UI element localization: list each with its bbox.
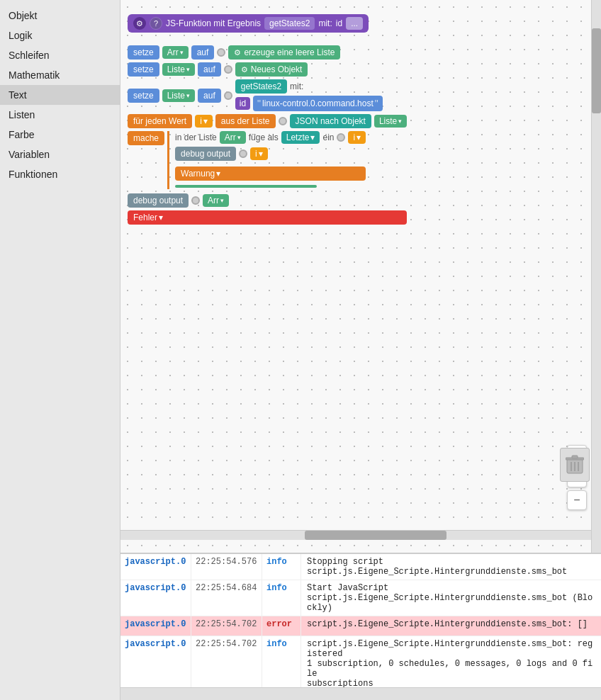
log-level-2: error — [262, 616, 301, 636]
letzte-arrow: ▾ — [310, 132, 315, 142]
mache-container: mache in der Liste Arr▾ füge als Letzte▾… — [128, 131, 407, 189]
debug1-block[interactable]: debug output — [175, 147, 236, 161]
set-liste-auf: auf — [198, 62, 221, 77]
warning-row: Warnung▾ — [175, 166, 366, 181]
debug2-row: debug output Arr▾ — [128, 193, 407, 208]
log-time-1: 22:25:54.684 — [191, 580, 262, 616]
zoom-out-button[interactable]: − — [567, 490, 587, 510]
sidebar-item-objekt[interactable]: Objekt — [0, 6, 120, 26]
mache-i-arrow: ▾ — [356, 132, 361, 142]
sidebar: Objekt Logik Schleifen Mathematik Text L… — [0, 0, 120, 700]
list-var-arrow: ▾ — [398, 118, 402, 125]
set-liste2-var[interactable]: Liste▾ — [162, 89, 195, 102]
help-icon: ? — [150, 17, 162, 30]
horizontal-scrollbar-thumb[interactable] — [305, 531, 446, 540]
linux-control-value: linux-control.0.command.host — [262, 98, 373, 108]
debug1-connector — [239, 149, 247, 158]
log-level-0: info — [262, 554, 301, 580]
set-arr-var[interactable]: Arr▾ — [162, 46, 189, 59]
js-function-block[interactable]: ⚙ ? JS-Funktion mit Ergebnis getStates2 … — [128, 14, 369, 33]
liste-gear-icon: ⚙ — [241, 65, 248, 74]
horizontal-scrollbar[interactable] — [120, 530, 591, 540]
getstates2-label[interactable]: getStates2 — [235, 79, 287, 94]
liste2-arrow: ▾ — [186, 92, 190, 99]
json-nach-objekt[interactable]: JSON nach Objekt — [290, 114, 371, 128]
canvas-area[interactable]: ⚙ ? JS-Funktion mit Ergebnis getStates2 … — [120, 0, 601, 553]
set-arr-action[interactable]: ⚙erzeuge eine leere Liste — [228, 45, 340, 60]
js-function-dots[interactable]: ... — [346, 17, 363, 30]
foreach-var[interactable]: i▾ — [195, 115, 213, 128]
sidebar-item-text[interactable]: Text — [0, 85, 120, 105]
js-function-id: id — [336, 18, 342, 28]
set-liste2-auf: auf — [198, 89, 221, 103]
sidebar-item-variablen[interactable]: Variablen — [0, 145, 120, 164]
letzte-badge[interactable]: Letzte▾ — [281, 131, 320, 144]
liste-arrow: ▾ — [186, 66, 190, 73]
log-time-2: 22:25:54.702 — [191, 616, 262, 636]
debug1-var[interactable]: i▾ — [250, 147, 268, 160]
quote-left: " — [257, 98, 261, 109]
log-level-3: info — [262, 636, 301, 687]
set-liste2-connector — [224, 91, 232, 100]
fehler-block[interactable]: Fehler▾ — [128, 210, 407, 225]
sidebar-item-mathematik[interactable]: Mathematik — [0, 65, 120, 85]
sidebar-item-funktionen[interactable]: Funktionen — [0, 164, 120, 184]
main-area: ⚙ ? JS-Funktion mit Ergebnis getStates2 … — [120, 0, 601, 700]
foreach-connector — [279, 117, 287, 125]
log-message-1: Start JavaScript script.js.Eigene_Script… — [301, 580, 601, 616]
log-level-1: info — [262, 580, 301, 616]
set-liste-action[interactable]: ⚙Neues Objekt — [235, 62, 308, 77]
mache-i-var[interactable]: i▾ — [348, 131, 366, 144]
set-arr-setze: setze — [128, 45, 159, 60]
warning-arrow: ▾ — [216, 169, 220, 179]
sidebar-item-logik[interactable]: Logik — [0, 26, 120, 45]
foreach-suffix: aus der Liste — [215, 114, 276, 128]
vertical-scrollbar[interactable] — [591, 0, 601, 553]
log-row-1: javascript.0 22:25:54.684 info Start Jav… — [120, 580, 601, 616]
mache-arr-var[interactable]: Arr▾ — [220, 131, 246, 144]
mache-list-row: in der Liste Arr▾ füge als Letzte▾ ein i… — [175, 131, 366, 144]
green-bar — [175, 185, 317, 188]
trash-bin[interactable] — [560, 448, 590, 482]
arr-arrow: ▾ — [180, 49, 184, 56]
log-row-0: javascript.0 22:25:54.576 info Stopping … — [120, 554, 601, 580]
mache-connector — [337, 133, 345, 142]
linux-control-string[interactable]: " linux-control.0.command.host " — [253, 96, 383, 111]
bottom-bar — [120, 687, 601, 700]
quote-right: " — [375, 98, 378, 109]
vertical-scrollbar-thumb[interactable] — [592, 28, 601, 113]
set-liste-connector — [224, 65, 232, 74]
debug2-var[interactable]: Arr▾ — [203, 194, 229, 207]
set-arr-auf: auf — [191, 45, 215, 60]
js-function-label: JS-Funktion mit Ergebnis — [166, 18, 261, 28]
log-row-2: javascript.0 22:25:54.702 error script.j… — [120, 616, 601, 636]
debug2-arr-arrow: ▾ — [220, 197, 224, 204]
in-der-liste-label: in der Liste — [175, 132, 217, 142]
debug2-block[interactable]: debug output — [128, 193, 189, 208]
js-function-name-badge[interactable]: getStates2 — [264, 17, 315, 30]
sidebar-item-farbe[interactable]: Farbe — [0, 125, 120, 145]
foreach-block[interactable]: für jeden Wert — [128, 114, 192, 128]
foreach-list-var[interactable]: Liste▾ — [374, 115, 407, 128]
set-liste-setze: setze — [128, 62, 159, 77]
set-liste-var[interactable]: Liste▾ — [162, 63, 195, 76]
gear-icon: ⚙ — [133, 17, 146, 30]
block-area: ⚙ ? JS-Funktion mit Ergebnis getStates2 … — [128, 14, 407, 225]
svg-rect-2 — [572, 456, 578, 458]
js-function-mit: mit: — [318, 18, 332, 28]
log-message-2: script.js.Eigene_Scripte.Hintergrunddien… — [301, 616, 601, 636]
fuege-als-label: füge als — [249, 132, 279, 142]
sidebar-item-schleifen[interactable]: Schleifen — [0, 45, 120, 65]
log-message-0: Stopping script script.js.Eigene_Scripte… — [301, 554, 601, 580]
warning-block[interactable]: Warnung▾ — [175, 166, 366, 181]
fehler-row: Fehler▾ — [128, 210, 407, 225]
set-liste2-row: setze Liste▾ auf getStates2 mit: id " li… — [128, 79, 407, 111]
foreach-row: für jeden Wert i▾ aus der Liste JSON nac… — [128, 114, 407, 128]
set-arr-connector — [217, 48, 225, 57]
set-arr-row: setze Arr▾ auf ⚙erzeuge eine leere Liste — [128, 45, 407, 60]
sidebar-item-listen[interactable]: Listen — [0, 105, 120, 125]
debug1-arrow: ▾ — [259, 149, 263, 159]
foreach-arrow: ▾ — [203, 116, 208, 126]
log-row-3: javascript.0 22:25:54.702 info script.js… — [120, 636, 601, 687]
mache-block: mache — [128, 131, 164, 145]
